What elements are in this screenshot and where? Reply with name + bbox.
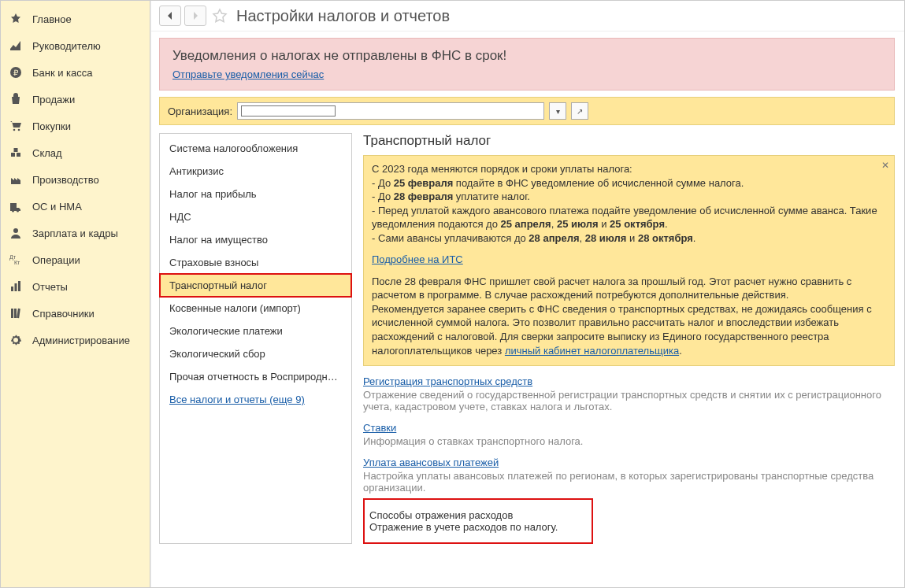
svg-point-2: [13, 129, 16, 131]
organization-dropdown-button[interactable]: ▾: [549, 102, 566, 120]
forward-button[interactable]: [184, 6, 206, 26]
nav-label: Администрирование: [32, 335, 130, 346]
detail-panel: Транспортный налог ✕ С 2023 года меняютс…: [363, 133, 895, 544]
nav-directories[interactable]: Справочники: [1, 300, 150, 327]
svg-rect-5: [17, 153, 20, 157]
svg-text:₽: ₽: [13, 68, 19, 77]
svg-rect-13: [11, 309, 13, 318]
gear-icon: [9, 333, 23, 347]
star-icon: [9, 12, 23, 26]
nav-label: Руководителю: [32, 40, 101, 52]
nav-label: Покупки: [32, 120, 71, 132]
nav-sales[interactable]: Продажи: [1, 86, 150, 113]
alert-banner: Уведомления о налогах не отправлены в ФН…: [159, 38, 895, 91]
nav-reports[interactable]: Отчеты: [1, 273, 150, 300]
tax-item-other-reporting[interactable]: Прочая отчетность в Росприроднад...: [160, 365, 351, 388]
nav-manager[interactable]: Руководителю: [1, 32, 150, 59]
info-line1: С 2023 года меняются порядок и сроки упл…: [372, 162, 886, 176]
tax-list: Система налогообложения Антикризис Налог…: [159, 133, 352, 544]
nav-fixed-assets[interactable]: ОС и НМА: [1, 193, 150, 220]
books-icon: [9, 306, 23, 320]
expense-methods-desc: Отражение в учете расходов по налогу.: [369, 521, 587, 533]
nav-bank[interactable]: ₽ Банк и касса: [1, 59, 150, 86]
tax-item-indirect-tax[interactable]: Косвенные налоги (импорт): [160, 297, 351, 320]
person-icon: [9, 226, 23, 240]
back-button[interactable]: [159, 6, 181, 26]
sidebar: Главное Руководителю ₽ Банк и касса Прод…: [1, 1, 150, 587]
info-line2: - До 25 февраля подайте в ФНС уведомлени…: [372, 176, 886, 190]
chart-line-icon: [9, 39, 23, 53]
factory-icon: [9, 172, 23, 187]
tax-item-eco-payments[interactable]: Экологические платежи: [160, 320, 351, 342]
nav-main[interactable]: Главное: [1, 6, 150, 32]
two-column-layout: Система налогообложения Антикризис Налог…: [159, 133, 895, 544]
info-para2b: Рекомендуется заранее сверить с ФНС свед…: [372, 302, 886, 357]
svg-rect-14: [14, 309, 17, 318]
taxpayer-cabinet-link[interactable]: личный кабинет налогоплательщика: [505, 345, 679, 357]
toolbar: Настройки налогов и отчетов: [151, 1, 904, 31]
truck-icon: [9, 199, 23, 213]
info-para2a: После 28 февраля ФНС пришлет свой расчет…: [372, 275, 886, 302]
tax-item-eco-fee[interactable]: Экологический сбор: [160, 342, 351, 365]
nav-payroll[interactable]: Зарплата и кадры: [1, 220, 150, 246]
svg-rect-4: [11, 153, 15, 157]
tax-item-property-tax[interactable]: Налог на имущество: [160, 228, 351, 251]
nav-label: Зарплата и кадры: [32, 227, 118, 239]
boxes-icon: [9, 146, 23, 160]
svg-rect-12: [18, 281, 20, 291]
tax-item-transport-tax[interactable]: Транспортный налог: [160, 274, 351, 297]
rates-desc: Информация о ставках транспортного налог…: [363, 435, 895, 447]
nav-production[interactable]: Производство: [1, 166, 150, 193]
advance-payments-desc: Настройка уплаты авансовых платежей по р…: [363, 470, 895, 494]
section-rates: Ставки Информация о ставках транспортног…: [363, 422, 895, 447]
svg-rect-11: [15, 283, 17, 291]
registration-link[interactable]: Регистрация транспортных средств: [363, 375, 532, 387]
nav-purchases[interactable]: Покупки: [1, 113, 150, 139]
nav-admin[interactable]: Администрирование: [1, 327, 150, 353]
tax-item-profit-tax[interactable]: Налог на прибыль: [160, 183, 351, 205]
nav-label: ОС и НМА: [32, 201, 82, 213]
organization-label: Организация:: [168, 105, 232, 117]
close-icon[interactable]: ✕: [881, 159, 889, 172]
info-line5: - Сами авансы уплачиваются до 28 апреля,…: [372, 231, 886, 246]
bag-icon: [9, 92, 23, 106]
ruble-icon: ₽: [9, 65, 23, 80]
advance-payments-link[interactable]: Уплата авансовых платежей: [363, 457, 499, 468]
organization-open-button[interactable]: ↗: [571, 102, 588, 120]
tax-item-all-taxes-link[interactable]: Все налоги и отчеты (еще 9): [160, 388, 351, 411]
info-box: ✕ С 2023 года меняются порядок и сроки у…: [363, 155, 895, 366]
expense-methods-highlight: Способы отражения расходов Отражение в у…: [363, 498, 593, 544]
section-advance-payments: Уплата авансовых платежей Настройка упла…: [363, 457, 895, 494]
main-area: Настройки налогов и отчетов Уведомления …: [150, 1, 904, 587]
expense-methods-link[interactable]: Способы отражения расходов: [369, 509, 513, 521]
bar-chart-icon: [9, 279, 23, 294]
nav-label: Банк и касса: [32, 67, 93, 79]
nav-warehouse[interactable]: Склад: [1, 139, 150, 166]
info-line4: - Перед уплатой каждого авансового плате…: [372, 204, 886, 231]
info-more-link[interactable]: Подробнее на ИТС: [372, 253, 463, 265]
rates-link[interactable]: Ставки: [363, 422, 396, 434]
nav-label: Отчеты: [32, 281, 68, 293]
tax-item-anticrisis[interactable]: Антикризис: [160, 160, 351, 183]
nav-label: Производство: [32, 174, 99, 186]
organization-bar: Организация: ▾ ↗: [159, 97, 895, 125]
alert-title: Уведомления о налогах не отправлены в ФН…: [172, 48, 881, 64]
svg-point-7: [13, 228, 18, 233]
nav-label: Справочники: [32, 308, 95, 320]
tax-item-taxation-system[interactable]: Система налогообложения: [160, 137, 351, 160]
organization-input[interactable]: [237, 102, 544, 120]
organization-field-inner: [241, 105, 336, 116]
nav-operations[interactable]: ДтКт Операции: [1, 246, 150, 273]
nav-label: Склад: [32, 147, 62, 159]
detail-heading: Транспортный налог: [363, 133, 895, 149]
tax-item-insurance[interactable]: Страховые взносы: [160, 251, 351, 274]
alert-link[interactable]: Отправьте уведомления сейчас: [172, 68, 324, 80]
nav-label: Операции: [32, 254, 80, 266]
cart-icon: [9, 119, 23, 133]
svg-rect-10: [11, 287, 13, 291]
nav-label: Главное: [32, 13, 72, 25]
registration-desc: Отражение сведений о государственной рег…: [363, 389, 895, 412]
svg-rect-6: [14, 148, 18, 152]
favorite-button[interactable]: [210, 6, 230, 26]
tax-item-vat[interactable]: НДС: [160, 205, 351, 228]
